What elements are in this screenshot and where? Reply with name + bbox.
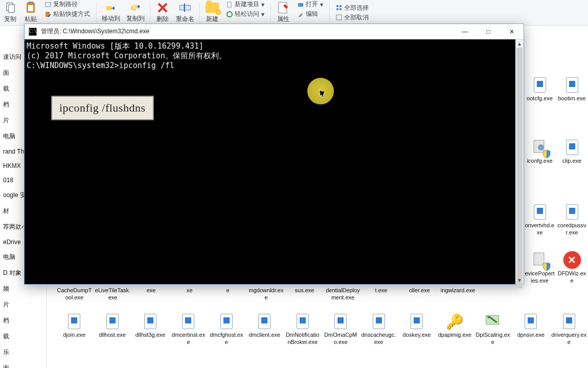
file-bottom-row2: djoin.exedllhost.exedllhst3g.exedmcertin… <box>55 309 588 350</box>
new-item[interactable]: 新建项目 ▾ <box>224 0 266 9</box>
ribbon-paste-shortcut[interactable]: 粘贴快捷方式 <box>43 10 92 18</box>
cmd-body[interactable]: Microsoft Windows [版本 10.0.16299.431] (c… <box>25 39 524 284</box>
file-item[interactable]: DpiScaling.exe <box>474 309 512 350</box>
file-item[interactable]: ingwizard.exe <box>439 285 477 306</box>
exe-icon <box>182 314 194 329</box>
file-item[interactable]: dmcertinst.exe <box>169 309 207 350</box>
file-item[interactable]: driverquery.exe <box>550 309 587 350</box>
easy-access[interactable]: 轻松访问 ▾ <box>224 10 266 18</box>
file-item[interactable]: 🔑dpapimig.exe <box>436 309 473 350</box>
file-label: coredpussvr.exe <box>557 222 587 236</box>
file-label: clip.exe <box>562 158 581 165</box>
ribbon-copy-to[interactable]: 复制到 <box>123 0 148 25</box>
file-item[interactable]: exe <box>132 285 170 306</box>
file-label: dllhost.exe <box>99 332 126 339</box>
file-item[interactable]: t.exe <box>362 285 400 306</box>
file-label: DFDWiz.exe <box>557 270 587 285</box>
ribbon-delete[interactable]: 删除 <box>152 0 173 25</box>
svg-rect-19 <box>340 8 342 10</box>
file-item[interactable]: mgdownldr.exe <box>247 285 285 306</box>
exe-icon <box>534 204 546 220</box>
maximize-button[interactable]: □ <box>477 24 500 39</box>
shield-icon <box>542 262 551 271</box>
exe-icon <box>144 314 156 329</box>
ribbon-new[interactable]: 新建 <box>202 0 222 25</box>
file-item[interactable]: dmcfghost.exe <box>208 309 245 350</box>
file-bottom-row1: CacheDumpTool.exeeLiveTileTask.exeexexee… <box>55 285 522 306</box>
file-right-col: ootcfg.exe bootim.exe <box>524 73 588 106</box>
cmd-window[interactable]: C:\ 管理员: C:\Windows\System32\cmd.exe — □… <box>24 24 524 285</box>
select-all[interactable]: 全部选择 <box>334 4 371 12</box>
minimize-button[interactable]: — <box>453 24 477 39</box>
cmd-scrollbar[interactable]: ▲ ▼ <box>515 39 524 284</box>
sidebar-item[interactable]: 片 <box>0 297 47 313</box>
file-item[interactable]: ✕ DFDWiz.exe <box>556 248 588 289</box>
ribbon-move-to[interactable]: 移动到 <box>99 0 123 25</box>
svg-rect-16 <box>336 5 338 7</box>
file-label: ingwizard.exe <box>441 287 475 294</box>
file-item[interactable]: ootcfg.exe <box>524 73 556 106</box>
svg-rect-12 <box>228 2 231 7</box>
file-item[interactable]: doskey.exe <box>398 309 436 350</box>
ribbon-new-opts: 新建项目 ▾ 轻松访问 ▾ <box>222 0 268 25</box>
ribbon-copy-path[interactable]: 复制路径 <box>43 0 92 9</box>
exe-icon <box>411 314 423 329</box>
ribbon-paste[interactable]: 粘贴 <box>20 0 41 25</box>
file-item[interactable]: dentialDeployment.exe <box>324 285 362 306</box>
file-item[interactable]: djoin.exe <box>55 309 93 350</box>
new-folder-icon <box>205 2 219 14</box>
paste-shortcut-icon <box>45 11 51 17</box>
file-item[interactable]: evicePoperties.exe <box>524 248 556 289</box>
file-item[interactable]: xe <box>170 285 209 306</box>
ribbon-open[interactable]: 打开 ▾ <box>296 0 325 9</box>
close-button[interactable]: ✕ <box>500 24 524 39</box>
file-label: xe <box>187 287 193 294</box>
cmd-icon: C:\ <box>29 28 37 36</box>
file-item[interactable]: DmNotificationBroker.exe <box>284 309 322 350</box>
file-item[interactable]: clip.exe <box>556 135 588 169</box>
sidebar-item[interactable]: 载 <box>0 329 47 344</box>
svg-rect-3 <box>28 2 33 4</box>
file-item[interactable]: dnscacheugc.exe <box>359 309 397 350</box>
scroll-up-icon[interactable]: ▲ <box>515 39 524 48</box>
file-item[interactable]: sus.exe <box>285 285 324 306</box>
select-none[interactable]: 全部取消 <box>334 13 371 22</box>
svg-rect-17 <box>340 5 342 7</box>
file-item[interactable]: DmOmaCpMo.exe <box>322 309 359 350</box>
copy-to-label: 复制到 <box>126 14 145 23</box>
ribbon-rename[interactable]: 重命名 <box>173 0 197 25</box>
sidebar-item[interactable]: 档 <box>0 313 47 329</box>
file-item[interactable]: eLiveTileTask.exe <box>94 285 132 306</box>
file-item[interactable]: bootim.exe <box>556 73 588 106</box>
file-item[interactable]: iconfg.exe <box>524 135 556 169</box>
file-item[interactable]: oller.exe <box>400 285 439 306</box>
file-item[interactable]: e <box>209 285 247 306</box>
file-item[interactable]: CacheDumpTool.exe <box>55 285 94 306</box>
file-item[interactable]: coredpussvr.exe <box>556 200 588 241</box>
file-label: dpapimig.exe <box>438 332 471 339</box>
sidebar-item[interactable]: 乐 <box>0 344 47 360</box>
cmd-titlebar[interactable]: C:\ 管理员: C:\Windows\System32\cmd.exe — □… <box>25 24 524 39</box>
exe-icon <box>220 314 233 329</box>
scroll-down-icon[interactable]: ▼ <box>515 276 524 284</box>
file-item[interactable]: dpnsvr.exe <box>512 309 550 350</box>
ribbon-copy[interactable]: 复制 <box>0 0 20 25</box>
ribbon-edit[interactable]: 编辑 <box>296 10 325 18</box>
scroll-thumb[interactable] <box>516 48 523 288</box>
properties-icon <box>276 2 290 14</box>
file-label: CacheDumpTool.exe <box>56 287 93 301</box>
delete-label: 删除 <box>156 15 169 24</box>
file-item[interactable]: onvertvhd.exe <box>524 200 556 241</box>
select-none-label: 全部取消 <box>344 13 369 22</box>
file-item[interactable]: dllhost.exe <box>93 309 131 350</box>
move-to-label: 移动到 <box>102 14 120 23</box>
file-item[interactable]: dmclient.exe <box>245 309 283 350</box>
properties-label: 属性 <box>277 15 289 24</box>
rename-icon <box>178 2 192 14</box>
sidebar-item[interactable]: 面 <box>0 360 47 368</box>
paste-icon <box>24 2 38 14</box>
cmd-line: (c) 2017 Microsoft Corporation。保留所有权利。 <box>27 51 522 61</box>
ribbon-properties[interactable]: 属性 <box>273 0 293 25</box>
ribbon: 复制 粘贴 复制路径 粘贴快捷方式 移动到 复制到 <box>0 0 588 26</box>
file-item[interactable]: dllhst3g.exe <box>131 309 169 350</box>
